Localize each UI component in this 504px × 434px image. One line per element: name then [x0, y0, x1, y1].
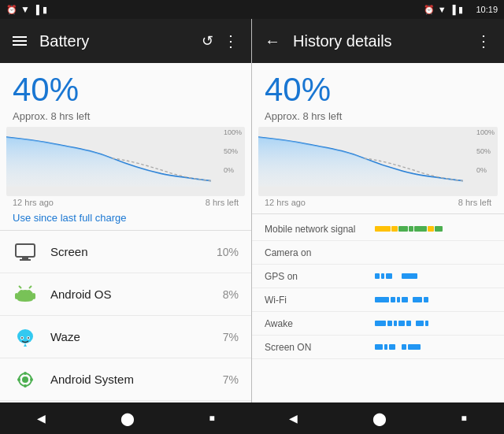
hamburger-menu[interactable]	[13, 36, 27, 46]
nav-back-icon-left[interactable]: ◀	[37, 412, 46, 425]
svg-point-13	[28, 337, 29, 339]
history-label-awake: Awake	[265, 318, 375, 329]
history-row-gps: GPS on	[252, 265, 504, 288]
gps-bars	[375, 273, 491, 279]
wifi-bars	[375, 297, 491, 302]
list-item[interactable]: Screen 10%	[0, 231, 251, 273]
svg-point-18	[17, 378, 20, 381]
svg-point-16	[24, 372, 27, 375]
app-name-android-os: Android OS	[50, 287, 223, 301]
list-item[interactable]: Waze 7%	[0, 316, 251, 358]
chart-label-0-right: 0%	[476, 166, 495, 174]
status-battery-icon-right: ▮	[458, 5, 463, 15]
right-toolbar-title: History details	[293, 32, 476, 50]
status-bar-left: ⏰ ▼ ▐ ▮	[6, 4, 47, 15]
battery-percentage-right: 40%	[252, 63, 504, 109]
chart-label-50-right: 50%	[476, 147, 495, 155]
history-label-wifi: Wi-Fi	[265, 295, 375, 306]
svg-rect-6	[32, 293, 35, 299]
chart-label-100-right: 100%	[476, 128, 495, 136]
left-toolbar-title: Battery	[39, 32, 202, 50]
history-label-signal: Mobile network signal	[265, 224, 375, 235]
screen-on-bars	[375, 344, 491, 350]
right-nav-bar: ◀ ⬤ ■	[252, 402, 504, 434]
svg-rect-5	[15, 293, 18, 299]
status-wifi-icon-right: ▼	[438, 5, 447, 14]
battery-subtext-left: Approx. 8 hrs left	[0, 109, 251, 127]
time-label-left: 12 hrs ago	[13, 198, 54, 207]
awake-bars	[375, 321, 491, 326]
app-list: Screen 10% Android OS 8	[0, 231, 251, 402]
time-display: 10:19	[476, 5, 498, 14]
status-bar-right: ⏰ ▼ ▐ ▮ 10:19	[424, 5, 498, 15]
signal-bars	[375, 226, 491, 232]
left-toolbar: Battery ↺ ⋮	[0, 19, 251, 63]
alarm-icon: ⏰	[6, 5, 17, 15]
svg-line-7	[19, 286, 21, 288]
android-system-icon	[13, 367, 38, 392]
list-item[interactable]: Android System 7%	[0, 358, 251, 401]
left-nav-bar: ◀ ⬤ ■	[0, 402, 252, 434]
history-label-gps: GPS on	[265, 271, 375, 282]
app-name-screen: Screen	[50, 245, 217, 258]
time-label-right: 8 hrs left	[206, 198, 239, 207]
wifi-icon: ▼	[20, 4, 30, 15]
right-toolbar: ← History details ⋮	[252, 19, 504, 63]
history-label-camera: Camera on	[265, 247, 375, 258]
nav-home-icon-right[interactable]: ⬤	[372, 411, 387, 426]
screen-icon	[13, 239, 38, 265]
nav-home-icon-left[interactable]: ⬤	[120, 411, 135, 426]
svg-point-19	[30, 378, 33, 381]
history-label-screen-on: Screen ON	[265, 342, 375, 353]
chart-label-50-left: 50%	[224, 147, 242, 155]
history-rows: Mobile network signal Camera on GPS	[252, 214, 504, 402]
battery-percentage-left: 40%	[0, 63, 251, 109]
more-menu-icon-right[interactable]: ⋮	[476, 32, 491, 50]
app-pct-waze: 7%	[223, 331, 239, 343]
svg-point-15	[22, 377, 28, 383]
status-signal-icon-right: ▐	[450, 5, 456, 14]
nav-recent-icon-right[interactable]: ■	[461, 413, 466, 424]
svg-rect-2	[20, 259, 31, 261]
more-menu-icon-left[interactable]: ⋮	[223, 32, 239, 50]
history-row-signal: Mobile network signal	[252, 217, 504, 241]
app-name-android-system: Android System	[50, 373, 223, 386]
battery-subtext-right: Approx. 8 hrs left	[252, 109, 504, 127]
app-pct-android-system: 7%	[223, 373, 239, 386]
history-row-screen-on: Screen ON	[252, 336, 504, 359]
battery-icon: ▮	[43, 5, 47, 15]
chart-label-100-left: 100%	[224, 128, 242, 136]
nav-back-icon-right[interactable]: ◀	[289, 412, 298, 425]
svg-point-17	[24, 384, 27, 388]
use-since-link[interactable]: Use since last full charge	[0, 207, 251, 230]
app-pct-android-os: 8%	[223, 288, 239, 301]
chart-time-row-left: 12 hrs ago 8 hrs left	[0, 196, 251, 207]
time-label-right-right: 8 hrs left	[458, 198, 491, 207]
waze-icon	[13, 325, 38, 350]
app-name-waze: Waze	[50, 330, 223, 343]
time-label-left-right: 12 hrs ago	[265, 198, 306, 207]
battery-chart-left: 100% 50% 0%	[6, 127, 245, 196]
svg-point-9	[17, 329, 33, 343]
list-item[interactable]: Android OS 8%	[0, 273, 251, 316]
battery-graph-svg-right	[258, 127, 463, 190]
battery-graph-svg-left	[6, 127, 211, 190]
svg-point-12	[21, 337, 23, 339]
svg-line-8	[29, 286, 32, 288]
nav-recent-icon-left[interactable]: ■	[209, 413, 214, 424]
svg-rect-0	[16, 244, 35, 257]
history-row-awake: Awake	[252, 312, 504, 336]
back-icon[interactable]: ←	[265, 32, 280, 50]
svg-rect-1	[22, 257, 28, 259]
chart-label-0-left: 0%	[224, 166, 242, 174]
signal-icon: ▐	[33, 5, 39, 14]
refresh-icon[interactable]: ↺	[202, 32, 213, 50]
app-pct-screen: 10%	[217, 246, 239, 258]
android-icon	[13, 282, 38, 307]
history-row-camera: Camera on	[252, 241, 504, 265]
status-alarm-icon-right: ⏰	[424, 5, 435, 15]
battery-chart-right: 100% 50% 0%	[258, 127, 498, 196]
chart-time-row-right: 12 hrs ago 8 hrs left	[252, 196, 504, 207]
history-row-wifi: Wi-Fi	[252, 288, 504, 312]
